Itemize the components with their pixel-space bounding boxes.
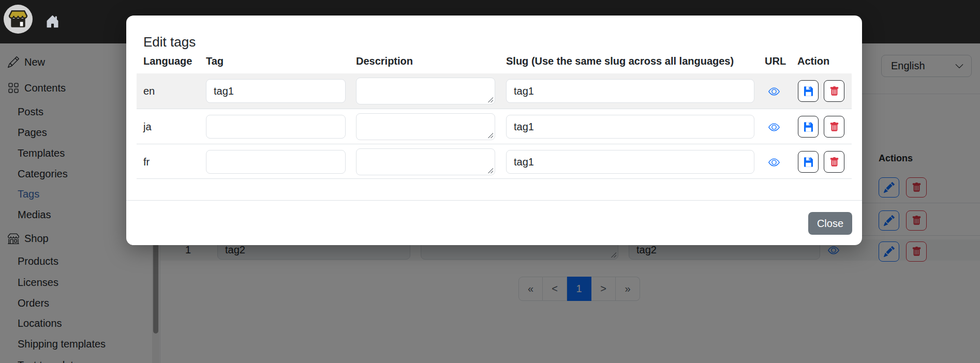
slug-input[interactable] [506,79,754,103]
save-button[interactable] [798,116,819,138]
description-textarea[interactable] [356,113,495,140]
delete-button[interactable] [824,80,844,102]
modal-table-header: Language Tag Description Slug (Use the s… [137,49,852,73]
floppy-disk-icon [803,157,814,168]
save-button[interactable] [798,80,819,102]
save-button[interactable] [798,151,819,173]
table-row: ja [137,109,852,144]
table-row: en [137,73,852,109]
edit-tags-modal: Edit tags Language Tag Description Slug … [126,16,862,245]
slug-input[interactable] [506,150,754,174]
home-icon [46,14,60,28]
app-logo[interactable] [4,5,33,34]
delete-button[interactable] [824,151,844,173]
tag-input[interactable] [206,115,346,139]
tag-input[interactable] [206,79,346,103]
table-row: fr [137,144,852,179]
eye-icon[interactable] [767,86,781,97]
trash-icon [829,122,839,132]
eye-icon[interactable] [767,157,781,168]
storefront-logo-icon [8,10,28,28]
eye-icon[interactable] [767,122,781,133]
trash-icon [829,157,839,167]
home-button[interactable] [44,13,60,29]
column-header-action: Action [797,49,829,73]
modal-title: Edit tags [143,34,196,50]
description-textarea[interactable] [356,148,495,175]
column-header-url: URL [765,49,786,73]
trash-icon [829,86,839,96]
description-textarea[interactable] [356,78,495,104]
column-header-description: Description [356,49,413,73]
language-code: en [143,73,155,109]
app-window: New Contents Posts Pages Templates Categ… [0,0,980,363]
language-code: fr [143,144,150,179]
close-button[interactable]: Close [808,212,852,235]
slug-input[interactable] [506,115,754,139]
floppy-disk-icon [803,86,814,97]
modal-footer-divider [126,200,862,201]
floppy-disk-icon [803,122,814,132]
column-header-slug: Slug (Use the same slug across all langu… [506,49,734,73]
tag-input[interactable] [206,150,346,174]
column-header-language: Language [143,49,192,73]
delete-button[interactable] [824,116,844,138]
language-code: ja [143,109,152,144]
column-header-tag: Tag [206,49,224,73]
